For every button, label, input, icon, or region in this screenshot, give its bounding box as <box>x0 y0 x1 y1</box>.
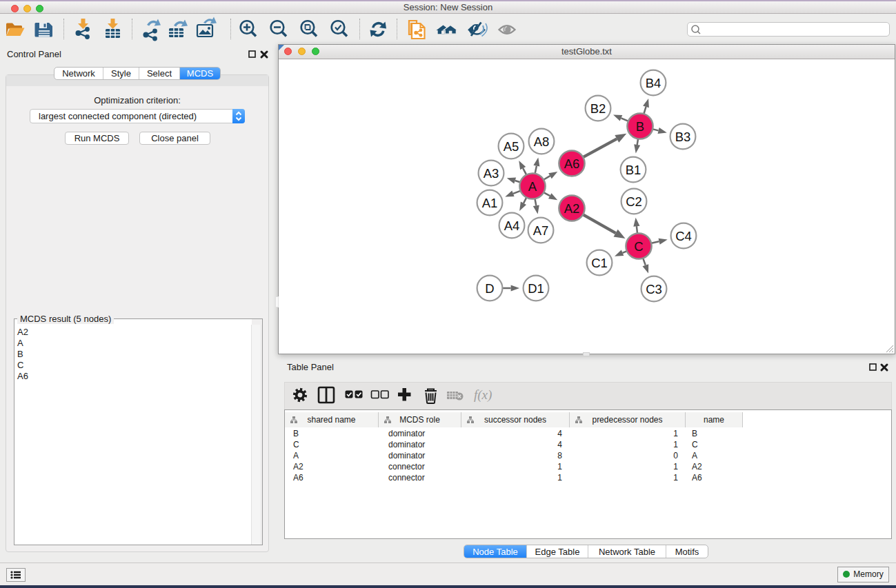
svg-text:D1: D1 <box>528 281 544 296</box>
svg-text:A7: A7 <box>533 223 549 238</box>
svg-text:C2: C2 <box>626 194 642 209</box>
svg-text:C4: C4 <box>675 229 692 243</box>
svg-text:D: D <box>485 281 494 296</box>
svg-text:A4: A4 <box>504 219 520 233</box>
svg-text:A2: A2 <box>564 201 580 216</box>
svg-text:B1: B1 <box>626 163 641 177</box>
svg-text:f(x): f(x) <box>474 387 492 403</box>
svg-text:A5: A5 <box>504 139 519 154</box>
svg-text:A: A <box>528 179 537 194</box>
svg-text:A1: A1 <box>482 196 498 210</box>
svg-text:C: C <box>634 239 643 254</box>
svg-text:A3: A3 <box>484 166 499 181</box>
svg-text:B3: B3 <box>675 130 691 144</box>
svg-text:C1: C1 <box>591 256 608 270</box>
svg-text:A8: A8 <box>534 134 550 149</box>
svg-text:B2: B2 <box>590 101 606 116</box>
svg-text:B4: B4 <box>646 76 661 90</box>
svg-text:C3: C3 <box>646 282 662 296</box>
svg-text:B: B <box>636 119 644 134</box>
svg-text:A6: A6 <box>564 156 580 171</box>
